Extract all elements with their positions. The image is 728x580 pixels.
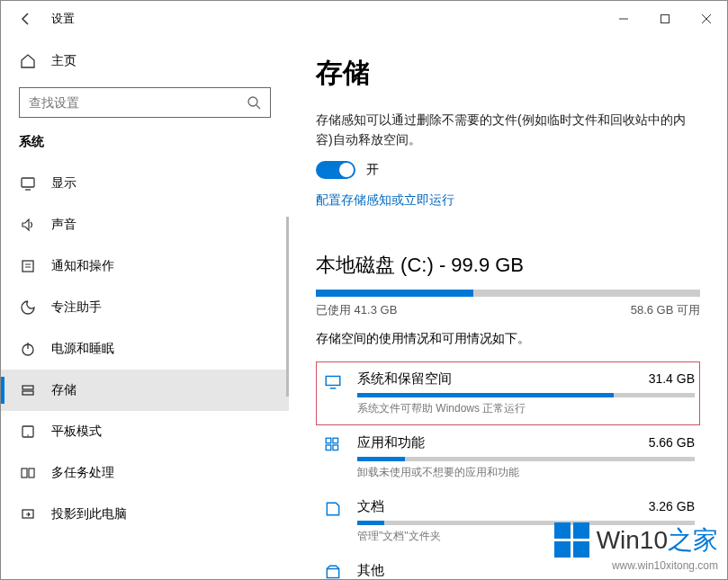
sidebar-item-label: 通知和操作: [51, 258, 114, 274]
svg-rect-20: [326, 438, 331, 443]
windows-logo-icon: [554, 522, 589, 558]
configure-link[interactable]: 配置存储感知或立即运行: [316, 192, 454, 209]
arrow-left-icon: [19, 12, 33, 26]
svg-line-3: [256, 105, 260, 109]
sidebar-item-power[interactable]: 电源和睡眠: [1, 328, 289, 370]
close-button[interactable]: [686, 1, 727, 37]
category-size: 31.4 GB: [649, 371, 695, 386]
maximize-button[interactable]: [644, 1, 686, 37]
sidebar-item-sound[interactable]: 声音: [1, 204, 289, 245]
sidebar-item-tablet[interactable]: 平板模式: [1, 411, 289, 452]
category-apps[interactable]: 应用和功能5.66 GB卸载未使用或不想要的应用和功能: [316, 425, 700, 489]
watermark: Win10之家 www.win10xitong.com: [554, 522, 718, 572]
sidebar-item-multitask[interactable]: 多任务处理: [1, 452, 289, 494]
svg-point-14: [27, 434, 29, 436]
category-name: 系统和保留空间: [357, 370, 452, 388]
svg-rect-6: [22, 261, 33, 272]
sidebar-item-label: 声音: [51, 217, 76, 233]
page-title: 存储: [316, 55, 700, 92]
focus-icon: [19, 299, 37, 316]
storage-sense-toggle[interactable]: [316, 161, 355, 179]
svg-point-2: [248, 97, 257, 106]
tablet-icon: [19, 424, 37, 440]
minimize-button[interactable]: [603, 1, 644, 37]
search-box[interactable]: [19, 87, 271, 118]
svg-rect-4: [22, 178, 34, 187]
multitask-icon: [19, 465, 37, 481]
sound-icon: [19, 217, 37, 233]
svg-rect-21: [333, 438, 338, 443]
storage-icon: [19, 382, 37, 398]
other-icon: [321, 564, 345, 579]
category-size: 3.26 GB: [649, 499, 695, 513]
svg-rect-18: [326, 376, 340, 385]
sidebar-item-label: 专注助手: [51, 299, 102, 316]
svg-rect-16: [29, 468, 34, 477]
main-content: 存储 存储感知可以通过删除不需要的文件(例如临时文件和回收站中的内容)自动释放空…: [289, 37, 727, 579]
disk-usage-bar: [316, 290, 700, 297]
nav-list: 显示声音通知和操作专注助手电源和睡眠存储平板模式多任务处理投影到此电脑: [1, 163, 289, 535]
maximize-icon: [660, 13, 670, 24]
sidebar-item-label: 电源和睡眠: [51, 341, 114, 357]
close-icon: [701, 13, 712, 24]
category-name: 文档: [357, 498, 384, 515]
disk-title: 本地磁盘 (C:) - 99.9 GB: [316, 252, 700, 279]
titlebar: 设置: [1, 1, 727, 37]
svg-rect-15: [22, 468, 27, 477]
project-icon: [19, 506, 37, 522]
svg-rect-23: [333, 445, 338, 451]
svg-rect-22: [326, 445, 331, 451]
category-sub: 系统文件可帮助 Windows 正常运行: [357, 401, 695, 416]
svg-rect-11: [22, 386, 33, 389]
minimize-icon: [618, 13, 629, 24]
category-bar: [357, 457, 695, 461]
storage-sense-desc: 存储感知可以通过删除不需要的文件(例如临时文件和回收站中的内容)自动释放空间。: [316, 110, 700, 150]
home-button[interactable]: 主页: [1, 46, 289, 76]
sidebar-item-focus[interactable]: 专注助手: [1, 287, 289, 328]
svg-rect-12: [22, 391, 33, 395]
home-label: 主页: [51, 53, 76, 69]
sidebar-item-label: 平板模式: [51, 424, 102, 440]
window-title: 设置: [51, 11, 75, 27]
category-system[interactable]: 系统和保留空间31.4 GB系统文件可帮助 Windows 正常运行: [316, 361, 700, 425]
category-size: 5.66 GB: [649, 435, 695, 450]
disk-free-label: 58.6 GB 可用: [631, 302, 700, 318]
category-sub: 卸载未使用或不想要的应用和功能: [357, 465, 695, 480]
display-icon: [19, 175, 37, 192]
disk-used-label: 已使用 41.3 GB: [316, 302, 397, 318]
apps-icon: [321, 436, 345, 454]
category-name: 应用和功能: [357, 434, 425, 451]
docs-icon: [321, 500, 345, 518]
sidebar-item-label: 存储: [51, 382, 76, 398]
back-button[interactable]: [10, 1, 42, 37]
sidebar-item-display[interactable]: 显示: [1, 163, 289, 204]
system-icon: [321, 372, 345, 390]
sidebar: 主页 系统 显示声音通知和操作专注助手电源和睡眠存储平板模式多任务处理投影到此电…: [1, 37, 289, 579]
section-label: 系统: [1, 134, 289, 163]
sidebar-item-label: 投影到此电脑: [51, 506, 127, 522]
sidebar-item-notifications[interactable]: 通知和操作: [1, 245, 289, 287]
toggle-label: 开: [366, 162, 379, 178]
category-name: 其他: [357, 562, 384, 579]
search-icon: [247, 95, 261, 110]
svg-rect-1: [661, 15, 670, 23]
sidebar-item-label: 显示: [51, 175, 76, 192]
sidebar-item-project[interactable]: 投影到此电脑: [1, 494, 289, 535]
notifications-icon: [19, 258, 37, 274]
watermark-url: www.win10xitong.com: [554, 559, 718, 572]
home-icon: [19, 53, 37, 69]
sidebar-item-label: 多任务处理: [51, 465, 114, 481]
power-icon: [19, 341, 37, 357]
category-bar: [357, 393, 695, 397]
search-input[interactable]: [29, 95, 247, 110]
sidebar-item-storage[interactable]: 存储: [1, 370, 289, 411]
usage-desc: 存储空间的使用情况和可用情况如下。: [316, 331, 700, 347]
svg-rect-24: [327, 568, 338, 577]
